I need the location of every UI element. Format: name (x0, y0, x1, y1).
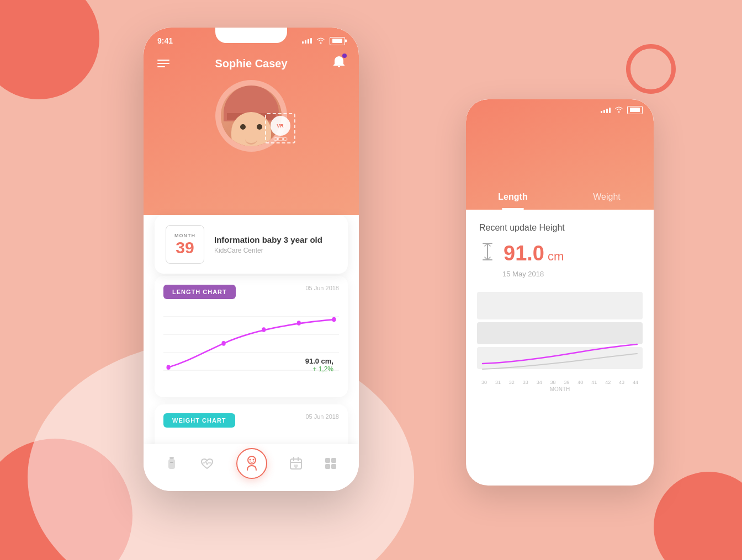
svg-point-1 (282, 138, 284, 140)
bell-icon (333, 57, 345, 71)
svg-rect-24 (331, 464, 336, 469)
svg-point-9 (297, 321, 301, 326)
svg-rect-11 (169, 457, 174, 459)
svg-rect-22 (331, 458, 336, 463)
bottle-icon (166, 456, 178, 471)
weight-chart-date: 05 Jun 2018 (305, 413, 339, 420)
vr-badge[interactable]: VR (265, 113, 298, 146)
chart-delta-label: + 1,2% (305, 365, 333, 373)
bg-decoration-circle-top-left (0, 0, 99, 99)
secondary-header: Length Weight (466, 99, 654, 210)
secondary-status-bar (466, 99, 654, 114)
bg-decoration-circle-top-right (626, 44, 676, 94)
month-label: MONTH (174, 233, 195, 238)
chart-value-label: 91.0 cm, (305, 357, 333, 365)
secondary-chart-svg (477, 289, 643, 377)
svg-point-15 (249, 459, 251, 461)
height-date: 15 May 2018 (502, 270, 640, 278)
weight-chart-button[interactable]: WEIGHT CHART (163, 413, 235, 428)
secondary-tabs: Length Weight (466, 184, 654, 210)
svg-rect-23 (325, 464, 330, 469)
month-badge: MONTH 39 (166, 225, 204, 264)
tab-length[interactable]: Length (466, 184, 560, 210)
heart-health-icon (200, 457, 214, 470)
bottom-navigation (144, 444, 359, 491)
nav-center-baby-button[interactable] (236, 448, 267, 479)
svg-rect-28 (477, 292, 643, 319)
month-labels: 30 31 32 33 34 38 39 40 41 42 43 44 (479, 380, 640, 385)
signal-icon (302, 38, 312, 44)
height-display: 91.0 cm (479, 242, 640, 265)
svg-point-0 (277, 138, 279, 140)
length-chart-section: LENGTH CHART 05 Jun 2018 91.0 cm, (155, 276, 348, 397)
svg-rect-13 (170, 462, 173, 463)
page-title: Sophie Casey (215, 57, 287, 70)
svg-point-10 (332, 317, 336, 322)
nav-item-bottle[interactable] (166, 456, 178, 471)
secondary-battery-icon (627, 106, 643, 114)
length-chart-date: 05 Jun 2018 (305, 285, 339, 291)
secondary-chart-area (477, 289, 643, 377)
status-icons (302, 37, 345, 45)
phone-main: 9:41 (144, 28, 359, 491)
month-axis-title: MONTH (479, 386, 640, 392)
nav-item-grid[interactable] (325, 457, 337, 470)
height-value: 91.0 (504, 242, 544, 265)
phone-notch (215, 28, 287, 43)
height-unit: cm (544, 249, 564, 263)
svg-point-8 (262, 327, 266, 332)
wifi-icon (317, 38, 325, 45)
grid-icon (325, 457, 337, 470)
info-subtitle: KidsCare Center (214, 247, 337, 254)
nav-item-health[interactable] (200, 457, 214, 470)
status-time: 9:41 (157, 36, 173, 45)
hamburger-menu[interactable] (157, 60, 169, 67)
height-measurement-icon (479, 242, 496, 265)
nav-item-calendar[interactable] (290, 457, 302, 470)
vr-face-icon (272, 137, 289, 141)
avatar-container: VR (215, 80, 287, 152)
bg-decoration-circle-bottom-right (654, 472, 742, 560)
secondary-signal-icon (601, 108, 611, 113)
month-number: 39 (176, 238, 194, 257)
svg-rect-30 (477, 347, 643, 369)
info-title: Information baby 3 year old (214, 235, 337, 244)
length-chart-button[interactable]: LENGTH CHART (163, 285, 236, 299)
recent-update-title: Recent update Height (479, 223, 640, 233)
tab-weight[interactable]: Weight (560, 184, 654, 210)
svg-point-7 (221, 341, 225, 346)
height-value-display: 91.0 cm (504, 242, 564, 265)
svg-rect-12 (168, 459, 175, 469)
baby-icon (243, 455, 261, 472)
battery-icon (330, 37, 345, 45)
calendar-heart-icon (290, 457, 302, 470)
info-card: MONTH 39 Information baby 3 year old Kid… (155, 215, 348, 274)
phone-secondary: Length Weight Recent update Height 91.0 (466, 99, 654, 486)
nav-bar: Sophie Casey (144, 50, 359, 77)
notification-dot (342, 54, 347, 58)
svg-rect-21 (325, 458, 330, 463)
secondary-wifi-icon (615, 106, 623, 114)
secondary-content: Recent update Height 91.0 cm 15 May 2018 (466, 210, 654, 406)
svg-rect-29 (477, 322, 643, 344)
notification-bell[interactable] (333, 55, 345, 72)
info-text: Information baby 3 year old KidsCare Cen… (214, 235, 337, 254)
svg-point-16 (252, 459, 254, 461)
svg-point-6 (166, 365, 170, 370)
svg-point-14 (248, 456, 256, 464)
vr-label: VR (277, 123, 284, 129)
